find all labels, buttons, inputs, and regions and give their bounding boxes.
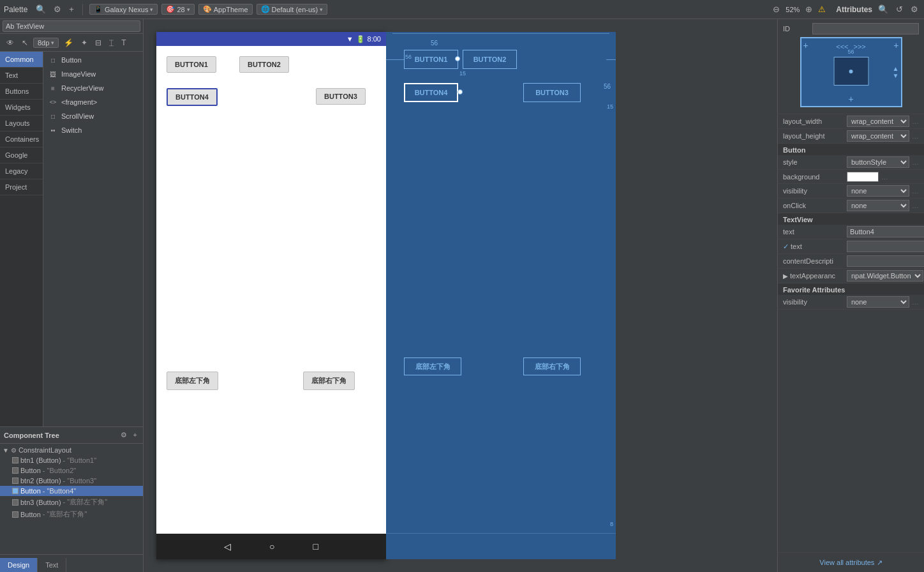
id-row: ID	[783, 23, 919, 34]
background-more[interactable]: …	[881, 173, 888, 181]
category-widgets[interactable]: Widgets	[0, 100, 43, 116]
layout-width-select[interactable]: wrap_content	[847, 116, 909, 127]
api-label: 28	[177, 6, 184, 13]
recents-icon[interactable]: □	[313, 541, 318, 552]
align-button[interactable]: ⊟	[93, 37, 104, 49]
bp-btn3[interactable]: BUTTON3	[523, 83, 581, 102]
add-icon[interactable]: +	[67, 3, 76, 15]
main-layout: Ab TextView 👁 ↖ 8dp ▾ ⚡ ✦ ⊟ ⌶ T Common T…	[0, 19, 924, 572]
tree-item-button4[interactable]: Button - "Button4"	[0, 486, 143, 496]
design-btn-br[interactable]: 底部右下角	[303, 372, 355, 390]
component-tree-header: Component Tree ⚙ +	[0, 427, 143, 444]
cursor-button[interactable]: ↖	[19, 37, 31, 49]
tab-design[interactable]: Design	[0, 558, 38, 572]
category-google[interactable]: Google	[0, 147, 43, 163]
attr-refresh-icon[interactable]: ↺	[894, 3, 905, 15]
category-legacy[interactable]: Legacy	[0, 163, 43, 179]
design-btn-bl[interactable]: 底部左下角	[167, 372, 218, 390]
text-input[interactable]	[847, 226, 924, 237]
fav-visibility-more[interactable]: …	[912, 298, 919, 306]
attr-row-text2: ✓ text …	[778, 239, 924, 254]
category-layouts[interactable]: Layouts	[0, 116, 43, 132]
text2-value-wrap: …	[847, 241, 924, 252]
bp-btn2[interactable]: BUTTON2	[463, 50, 517, 69]
text2-input[interactable]	[847, 241, 924, 252]
contentdesc-input[interactable]	[847, 255, 924, 267]
id-input[interactable]	[812, 23, 919, 34]
bp-btn-bl[interactable]: 底部左下角	[404, 358, 461, 375]
zoom-in-icon[interactable]: ⊕	[803, 3, 814, 15]
text-button[interactable]: T	[119, 37, 128, 49]
category-buttons[interactable]: Buttons	[0, 84, 43, 100]
category-containers[interactable]: Containers	[0, 132, 43, 147]
design-btn4[interactable]: BUTTON4	[167, 88, 218, 106]
device-selector[interactable]: 📱 Galaxy Nexus ▾	[89, 4, 158, 15]
tab-text[interactable]: Text	[38, 558, 66, 572]
visibility-more[interactable]: …	[912, 187, 919, 195]
category-common[interactable]: Common	[0, 52, 43, 68]
category-text[interactable]: Text	[0, 68, 43, 84]
tree-item-btn2-button[interactable]: Button - "Button2"	[0, 465, 143, 476]
tree-add-icon[interactable]: +	[131, 430, 139, 440]
eye-button[interactable]: 👁	[4, 37, 17, 49]
dp-selector[interactable]: 8dp ▾	[33, 38, 59, 48]
palette-item-switch[interactable]: •• Switch	[43, 123, 143, 137]
baseline-button[interactable]: ⌶	[107, 37, 116, 49]
textappear-select[interactable]: npat.Widget.Button	[847, 270, 923, 282]
attr-settings-icon[interactable]: ⚙	[909, 3, 920, 15]
fav-visibility-select[interactable]: none	[847, 296, 909, 308]
view-all-link[interactable]: View all attributes	[819, 559, 874, 566]
textappear-value-wrap: npat.Widget.Button …	[847, 270, 924, 282]
arrow-left-left[interactable]: <<<	[836, 43, 848, 50]
background-swatch[interactable]	[847, 172, 879, 182]
plus-tl-icon[interactable]: +	[803, 40, 808, 50]
tree-item-btn1[interactable]: btn1 (Button) - "Button1"	[0, 455, 143, 465]
blueprint-content[interactable]: 56 BUTTON1 56 BUTTON2	[386, 32, 616, 559]
phone-content[interactable]: BUTTON1 BUTTON2 BUTTON4 BUTTON3 底部左下角 底部…	[156, 46, 386, 534]
chevron-up-icon[interactable]: ▲	[893, 65, 899, 72]
onclick-select[interactable]: none	[847, 200, 909, 211]
bp-btn-br[interactable]: 底部右下角	[523, 358, 581, 375]
layout-height-more[interactable]: …	[912, 132, 919, 140]
palette-item-recyclerview[interactable]: ≡ RecyclerView	[43, 81, 143, 95]
home-icon[interactable]: ○	[269, 541, 274, 552]
dim-56-right: 56	[604, 83, 611, 90]
design-btn3[interactable]: BUTTON3	[316, 88, 366, 105]
arrow-right-right[interactable]: >>>	[854, 43, 866, 50]
tree-settings-icon[interactable]: ⚙	[119, 430, 129, 440]
tree-item-btn2[interactable]: btn2 (Button) - "Button3"	[0, 476, 143, 486]
chevron-down-icon5[interactable]: ▼	[893, 72, 899, 79]
design-btn1[interactable]: BUTTON1	[167, 56, 216, 73]
api-selector[interactable]: 🎯 28 ▾	[161, 4, 194, 15]
style-select[interactable]: buttonStyle	[847, 156, 909, 168]
visibility-select[interactable]: none	[847, 185, 909, 197]
tree-item-button-br[interactable]: Button - "底部右下角"	[0, 508, 143, 520]
bp-btn1[interactable]: BUTTON1	[404, 50, 458, 69]
tree-item-btn3[interactable]: btn3 (Button) - "底部左下角"	[0, 496, 143, 508]
palette-item-fragment[interactable]: <> <fragment>	[43, 95, 143, 109]
style-more[interactable]: …	[912, 158, 919, 166]
theme-selector[interactable]: 🎨 AppTheme	[198, 4, 253, 15]
zoom-out-icon[interactable]: ⊖	[771, 3, 782, 15]
tree-item-constraintlayout[interactable]: ▼ ⚙ ConstraintLayout	[0, 445, 143, 455]
search-icon[interactable]: 🔍	[34, 3, 48, 15]
category-project[interactable]: Project	[0, 179, 43, 195]
attributes-panel: ID <<< >>> 56	[777, 19, 924, 572]
palette-item-imageview[interactable]: 🖼 ImageView	[43, 67, 143, 81]
bp-btn4[interactable]: BUTTON4	[404, 83, 458, 102]
expand-arrow-icon[interactable]: ▶	[783, 273, 788, 280]
distribute-button[interactable]: ✦	[78, 37, 90, 49]
palette-item-scrollview[interactable]: □ ScrollView	[43, 109, 143, 123]
plus-tr-icon[interactable]: +	[893, 40, 898, 50]
layout-height-select[interactable]: wrap_content	[847, 130, 909, 142]
palette-item-button[interactable]: □ Button	[43, 53, 143, 67]
settings-icon[interactable]: ⚙	[52, 3, 63, 15]
layout-width-more[interactable]: …	[912, 117, 919, 125]
back-icon[interactable]: ◁	[224, 541, 231, 552]
locale-selector[interactable]: 🌐 Default (en-us) ▾	[257, 4, 328, 15]
onclick-more[interactable]: …	[912, 202, 919, 209]
plus-bottom-icon[interactable]: +	[848, 94, 853, 104]
magnet-button[interactable]: ⚡	[61, 37, 76, 49]
design-btn2[interactable]: BUTTON2	[239, 56, 289, 73]
attr-search-icon[interactable]: 🔍	[876, 3, 890, 15]
